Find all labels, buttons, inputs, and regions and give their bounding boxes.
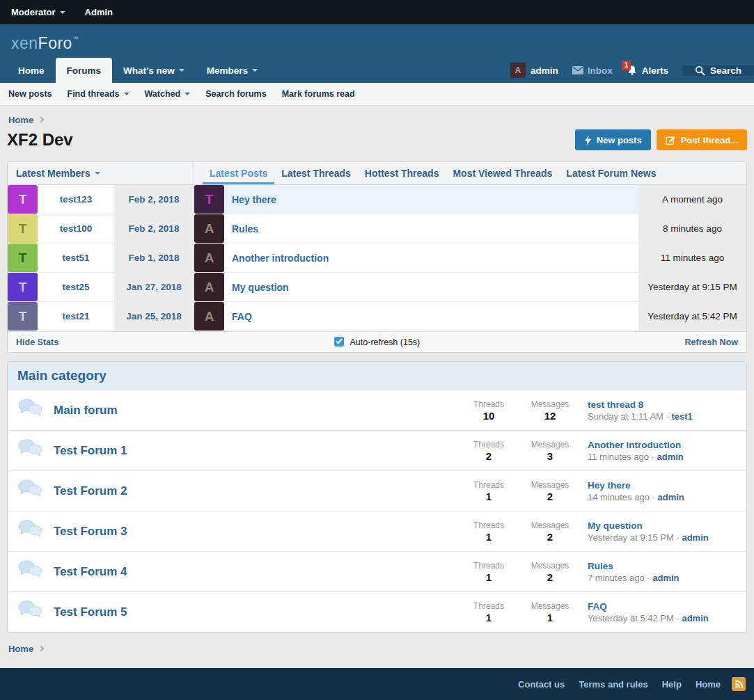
latest-thread-author-link[interactable]: test1	[671, 411, 692, 422]
stats-tab[interactable]: Most Viewed Threads	[446, 162, 559, 184]
alerts-link[interactable]: 1 Alerts	[627, 65, 668, 76]
threads-count: 1	[458, 491, 519, 502]
post-title-link[interactable]: FAQ	[224, 302, 638, 331]
rss-icon[interactable]	[732, 677, 746, 691]
member-join-date: Feb 1, 2018	[114, 244, 194, 272]
avatar[interactable]: A	[194, 273, 224, 301]
footer-link[interactable]: Contact us	[518, 679, 565, 690]
chevron-down-icon	[179, 69, 184, 72]
alerts-label: Alerts	[642, 65, 668, 76]
breadcrumb-home-link[interactable]: Home	[8, 115, 33, 125]
admin-toolbar-link[interactable]: Moderator	[11, 7, 65, 17]
avatar[interactable]: T	[8, 302, 38, 331]
subnav-link[interactable]: Find threads	[68, 89, 129, 99]
meta-separator: ·	[676, 532, 679, 543]
subnav-link[interactable]: Search forums	[205, 89, 267, 99]
forum-name-link[interactable]: Test Forum 1	[54, 444, 458, 458]
refresh-now-link[interactable]: Refresh Now	[685, 337, 738, 347]
latest-thread-link[interactable]: Hey there	[588, 480, 737, 491]
avatar[interactable]: A	[194, 302, 224, 331]
new-posts-button[interactable]: New posts	[575, 129, 651, 150]
latest-thread-link[interactable]: test thread 8	[588, 399, 737, 410]
hide-stats-link[interactable]: Hide Stats	[16, 337, 58, 347]
latest-thread-author-link[interactable]: admin	[682, 532, 708, 543]
forum-name-link[interactable]: Test Forum 5	[54, 605, 458, 619]
latest-thread-link[interactable]: Rules	[588, 561, 737, 571]
footer-link[interactable]: Terms and rules	[579, 679, 647, 690]
post-title-link[interactable]: Hey there	[224, 185, 638, 214]
xenforo-logo[interactable]: xenForo™	[11, 34, 79, 53]
forum-name-link[interactable]: Test Forum 2	[54, 484, 458, 498]
stats-tab[interactable]: Latest Threads	[274, 162, 358, 184]
meta-separator: ·	[647, 573, 650, 583]
avatar[interactable]: T	[8, 185, 38, 214]
breadcrumb-home-link[interactable]: Home	[8, 644, 33, 654]
meta-separator: ·	[666, 411, 669, 422]
avatar[interactable]: T	[8, 214, 38, 243]
latest-member-row: T test25 Jan 27, 2018	[8, 273, 194, 302]
messages-count: 12	[519, 410, 581, 422]
post-timestamp: 11 minutes ago	[638, 244, 746, 272]
inbox-link[interactable]: Inbox	[572, 65, 613, 76]
forum-name-link[interactable]: Test Forum 4	[54, 565, 458, 579]
breadcrumb-chevron-icon	[38, 646, 44, 651]
logo-part-foro: Foro	[38, 34, 72, 53]
latest-thread-link[interactable]: FAQ	[588, 601, 737, 612]
avatar[interactable]: T	[8, 273, 38, 301]
forum-latest-activity: Hey there 14 minutes ago · admin	[588, 480, 737, 502]
avatar[interactable]: T	[8, 244, 38, 272]
forum-name-link[interactable]: Main forum	[54, 404, 458, 417]
forum-messages-stat: Messages 1	[519, 601, 581, 623]
messages-label: Messages	[519, 480, 581, 490]
avatar[interactable]: A	[194, 244, 224, 272]
member-name-link[interactable]: test51	[38, 244, 114, 272]
latest-thread-author-link[interactable]: admin	[658, 492, 684, 502]
post-title-link[interactable]: Rules	[224, 214, 638, 243]
member-join-date: Feb 2, 2018	[114, 185, 194, 214]
forum-messages-stat: Messages 12	[519, 399, 581, 422]
post-timestamp: 8 minutes ago	[638, 214, 746, 243]
forum-name-link[interactable]: Test Forum 3	[54, 525, 458, 539]
nav-tab[interactable]: Members	[196, 58, 269, 83]
breadcrumb-bottom: Home	[7, 633, 747, 667]
post-title-link[interactable]: Another introduction	[224, 244, 638, 272]
avatar[interactable]: T	[194, 185, 224, 214]
subnav-link[interactable]: Watched	[145, 89, 191, 99]
nav-tab[interactable]: What's new	[112, 58, 196, 83]
avatar[interactable]: A	[194, 214, 224, 243]
latest-member-row: T test51 Feb 1, 2018	[8, 244, 194, 273]
search-button[interactable]: Search	[682, 65, 754, 76]
nav-tab[interactable]: Home	[7, 58, 56, 83]
threads-label: Threads	[458, 561, 519, 571]
messages-count: 1	[519, 612, 581, 623]
member-name-link[interactable]: test100	[38, 214, 114, 243]
member-name-link[interactable]: test21	[38, 302, 114, 331]
nav-tab[interactable]: Forums	[56, 58, 113, 83]
forum-row: Test Forum 3 Threads 1 Messages 2 My que…	[8, 511, 746, 551]
latest-members-dropdown[interactable]: Latest Members	[8, 162, 194, 184]
post-title-link[interactable]: My question	[224, 273, 638, 301]
latest-post-row: A My question Yesterday at 9:15 PM	[194, 273, 746, 302]
threads-label: Threads	[458, 440, 519, 450]
subnav-link[interactable]: New posts	[8, 89, 52, 99]
auto-refresh-checkbox[interactable]	[334, 337, 344, 347]
latest-thread-author-link[interactable]: admin	[657, 452, 684, 462]
latest-thread-author-link[interactable]: admin	[652, 573, 679, 583]
latest-thread-link[interactable]: Another introduction	[588, 440, 737, 450]
latest-thread-author-link[interactable]: admin	[682, 613, 708, 623]
account-user-link[interactable]: A admin	[510, 63, 558, 78]
footer-link[interactable]: Help	[662, 679, 682, 690]
admin-toolbar-link[interactable]: Admin	[85, 7, 113, 17]
stats-tab[interactable]: Latest Forum News	[559, 162, 663, 184]
post-thread-button[interactable]: Post thread...	[657, 129, 747, 150]
latest-thread-link[interactable]: My question	[588, 520, 737, 531]
nav-tab-label: Members	[207, 65, 248, 76]
stats-tab[interactable]: Hottest Threads	[358, 162, 446, 184]
member-name-link[interactable]: test123	[38, 185, 114, 214]
subnav-link[interactable]: Mark forums read	[282, 89, 355, 99]
stats-tab[interactable]: Latest Posts	[203, 162, 274, 184]
messages-label: Messages	[519, 561, 581, 571]
category-title[interactable]: Main category	[8, 362, 746, 390]
footer-link[interactable]: Home	[696, 679, 721, 690]
member-name-link[interactable]: test25	[38, 273, 114, 301]
